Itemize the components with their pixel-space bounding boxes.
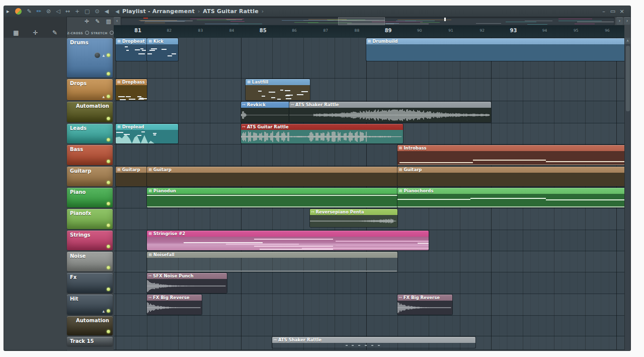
maximize-button[interactable]: ▭ <box>608 8 617 15</box>
track-mute-led[interactable] <box>107 309 110 313</box>
scroll-left-button[interactable]: ‹ <box>114 17 120 25</box>
delete-tool-icon[interactable]: ⊘ <box>46 6 51 17</box>
track-header-pianofx[interactable]: Pianofx <box>67 209 113 229</box>
minimize-button[interactable]: – <box>599 8 608 15</box>
track-collapse-icon[interactable]: ▲ <box>102 95 105 98</box>
track-collapse-icon[interactable]: ▲ <box>102 54 105 57</box>
note-line <box>397 199 470 200</box>
track-mute-led[interactable] <box>107 202 110 205</box>
clip-lastfill[interactable]: ▤Lastfill <box>246 79 310 100</box>
clip-guitarp[interactable]: ▤Guitarp <box>397 167 624 186</box>
clip-label: Dropbass #2 <box>122 80 147 85</box>
track-row-automation[interactable] <box>114 316 624 336</box>
clip-kick[interactable]: ▤Kick <box>147 38 178 61</box>
playlist-toolbar: ✛✎▥ <box>85 18 111 25</box>
slide-tool-icon[interactable]: ✎ <box>27 6 32 17</box>
breadcrumb-view-name[interactable]: Playlist - Arrangement <box>122 8 195 15</box>
track-header-piano[interactable]: Piano <box>67 188 113 207</box>
track-header-fx[interactable]: Fx <box>67 273 113 293</box>
track-header-drops[interactable]: Drops▲ <box>67 79 113 100</box>
track-row-drops[interactable] <box>114 79 624 101</box>
pattern-clip-icon: ▤ <box>117 125 121 129</box>
draw-tool-icon[interactable]: ✎ <box>52 29 57 36</box>
track-mute-led[interactable] <box>107 117 110 120</box>
track-header-guitarp[interactable]: Guitarp <box>67 167 113 186</box>
select-tool-icon[interactable]: ▢ <box>85 6 90 17</box>
track-header-automation[interactable]: Automation <box>67 102 113 122</box>
close-button[interactable]: × <box>617 8 626 15</box>
zoom-tool-icon[interactable]: ⊙ <box>95 6 100 17</box>
track-volume-knob[interactable] <box>95 52 100 58</box>
clip-dropbass-2[interactable]: ▤Dropbass #2 <box>116 79 147 100</box>
piano-keys-icon[interactable]: ▦ <box>13 29 19 36</box>
clip-pianochords[interactable]: ▤Pianochords <box>397 188 624 207</box>
arrangement-overview[interactable] <box>121 17 615 25</box>
clip-pianodun[interactable]: ▤Pianodun <box>147 188 397 207</box>
note-line <box>147 206 397 207</box>
track-mute-led[interactable] <box>107 266 110 269</box>
track-header-hit[interactable]: Hit▲ <box>67 295 113 315</box>
clip-fx-big-reverse[interactable]: ↦FX Big Reverse <box>397 295 452 315</box>
clip-sfx-noise-punch[interactable]: ↦SFX Noise Punch <box>147 273 227 293</box>
clip-fx-big-reverse[interactable]: ↦FX Big Reverse <box>147 295 202 315</box>
slip-tool-icon[interactable]: ↔ <box>65 6 70 17</box>
mute-tool-icon[interactable]: ◁ <box>56 6 60 17</box>
playlist-move-icon[interactable]: ✛ <box>85 18 89 25</box>
track-mute-led[interactable] <box>107 288 110 291</box>
clip-revkick[interactable]: ↦Revkick <box>241 102 289 122</box>
track-mute-led[interactable] <box>107 160 110 163</box>
scroll-right-button[interactable]: › <box>616 17 623 25</box>
track-mute-led[interactable] <box>107 245 110 248</box>
scroll-up-button[interactable]: ∧ <box>625 38 630 44</box>
clip-introbass[interactable]: ▤Introbass <box>397 145 624 165</box>
track-header-strings[interactable]: Strings <box>67 231 113 250</box>
zcross-checkbox[interactable] <box>85 31 89 35</box>
track-mute-led[interactable] <box>107 53 110 57</box>
clip-droplead[interactable]: ▤Droplead <box>116 124 178 144</box>
track-header-bass[interactable]: Bass <box>67 145 113 165</box>
track-collapse-icon[interactable]: ▲ <box>102 310 105 313</box>
clip-dropbeat-2[interactable]: ▤Dropbeat #2 <box>116 38 147 61</box>
clip-drumbuild[interactable]: ▤Drumbuild <box>366 38 624 61</box>
clip-guitarp[interactable]: ▤Guitarp <box>116 167 147 186</box>
playlist-slide-icon[interactable]: ✎ <box>95 18 100 25</box>
vertical-scrollbar[interactable]: ∧ <box>624 38 630 350</box>
stretch-checkbox[interactable] <box>110 31 114 35</box>
track-header-track-15[interactable]: Track 15 <box>67 337 113 346</box>
track-header-drums[interactable]: Drums▲ <box>67 38 113 78</box>
overview-view-window[interactable] <box>338 17 385 25</box>
track-mute-led[interactable] <box>107 138 110 141</box>
playlist-book-icon[interactable]: ▥ <box>106 18 111 25</box>
timeline-bar-88: 88 <box>355 28 360 33</box>
preview-speaker-icon[interactable]: ◀ <box>105 6 109 17</box>
scroll-right-page-button[interactable]: › <box>624 17 630 25</box>
track-header-leads[interactable]: Leads <box>67 124 113 144</box>
expand-arrow-icon[interactable]: ▸ <box>7 6 10 17</box>
brush-tool-icon[interactable]: ✏ <box>37 6 41 17</box>
track-mute-led[interactable] <box>107 181 110 184</box>
track-mute-led[interactable] <box>107 72 110 76</box>
clip-guitarp[interactable]: ▤Guitarp <box>147 167 397 186</box>
fl-studio-window: ▸✎✏⊘◁↔+▢⊙◀ ◀ Playlist - Arrangement › AT… <box>4 6 630 350</box>
clip-ats-shaker-rattle[interactable]: ↦ATS Shaker Rattle <box>289 102 491 122</box>
vertical-scrollbar-thumb[interactable] <box>626 46 630 111</box>
track-mute-led[interactable] <box>107 224 110 227</box>
clip-reversepiano-penta[interactable]: ↦Reversepiano Penta <box>310 209 397 227</box>
clip-ats-guitar-rattle[interactable]: ↦ATS Guitar Rattle <box>241 124 403 144</box>
playlist-grid[interactable]: ▤Dropbeat #2▤Kick▤Drumbuild▤Dropbass #2▤… <box>114 38 624 350</box>
clip-stringrise-2[interactable]: ▤Stringrise #2 <box>147 231 429 250</box>
breadcrumb-selection-name[interactable]: ATS Guitar Rattle <box>203 8 259 15</box>
track-header-noise[interactable]: Noise <box>67 252 113 271</box>
track-header-automation[interactable]: Automation <box>67 316 113 335</box>
playback-tool-icon[interactable]: + <box>75 6 79 17</box>
track-mute-led[interactable] <box>107 330 110 333</box>
clip-noisefall[interactable]: ▤Noisefall <box>147 252 397 271</box>
clip-body <box>397 173 624 186</box>
move-tool-icon[interactable]: ✛ <box>33 29 38 36</box>
fl-logo-icon[interactable] <box>15 8 22 15</box>
overview-playhead-marker[interactable] <box>444 18 446 21</box>
timeline-ruler[interactable]: 81828384858687888990919293949596 <box>114 25 624 38</box>
overview-clip-line <box>144 23 165 23</box>
track-mute-led[interactable] <box>107 95 110 98</box>
clip-ats-shaker-rattle[interactable]: ↦ATS Shaker Rattle <box>272 337 475 348</box>
